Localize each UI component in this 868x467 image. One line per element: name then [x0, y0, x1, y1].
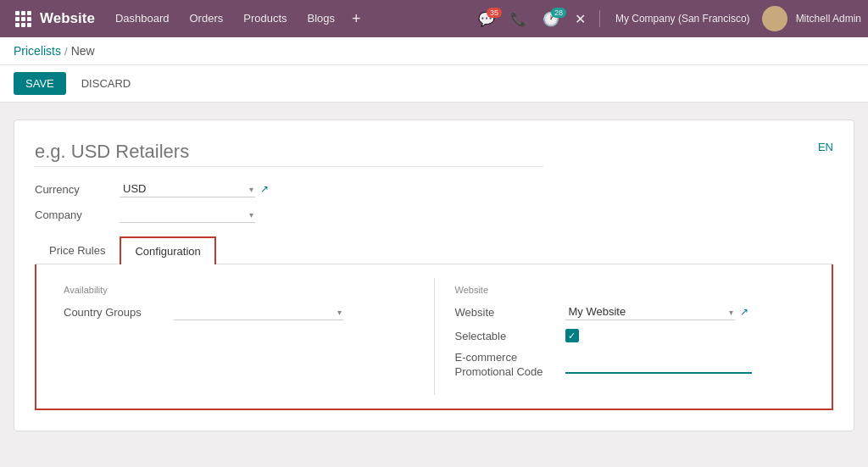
selectable-checkbox[interactable]: ✓ [565, 329, 579, 342]
tab-price-rules[interactable]: Price Rules [35, 236, 120, 264]
currency-select[interactable]: USD EUR GBP [120, 181, 255, 197]
country-groups-select[interactable] [174, 303, 343, 320]
form-card: EN Currency USD EUR GBP ▾ ↗ Company [14, 120, 854, 431]
company-control: My Company ▾ [120, 206, 255, 223]
country-groups-field: Country Groups ▾ [64, 303, 414, 320]
country-groups-label: Country Groups [64, 306, 174, 319]
currency-field-row: Currency USD EUR GBP ▾ ↗ [35, 181, 833, 197]
company-label: Company [35, 208, 120, 221]
checkmark-icon: ✓ [568, 331, 576, 342]
promo-code-field: E-commerce Promotional Code [455, 351, 805, 380]
save-button[interactable]: SAVE [14, 72, 66, 95]
breadcrumb-parent[interactable]: Pricelists [14, 44, 61, 58]
main-menu: Dashboard Orders Products Blogs + [105, 0, 368, 37]
config-grid: Availability Country Groups ▾ [50, 278, 818, 395]
svg-point-0 [770, 11, 780, 21]
discard-button[interactable]: DISCARD [73, 72, 140, 95]
country-groups-control: ▾ [174, 303, 414, 320]
website-section-label: Website [455, 285, 805, 295]
website-select-wrapper: My Website ▾ [565, 303, 735, 320]
activity-badge: 28 [551, 8, 566, 18]
promo-code-control [565, 356, 805, 374]
company-select[interactable]: My Company [120, 206, 255, 223]
website-field: Website My Website ▾ ↗ [455, 303, 805, 320]
config-col-divider [434, 278, 435, 395]
website-column: Website Website My Website ▾ ↗ [442, 278, 819, 395]
messages-button[interactable]: 💬 35 [473, 11, 500, 27]
configuration-panel: Availability Country Groups ▾ [35, 264, 833, 410]
tab-configuration[interactable]: Configuration [120, 236, 215, 264]
website-control: My Website ▾ ↗ [565, 303, 805, 320]
currency-control: USD EUR GBP ▾ ↗ [120, 181, 269, 197]
country-groups-select-wrapper: ▾ [174, 303, 343, 320]
main-content: EN Currency USD EUR GBP ▾ ↗ Company [0, 103, 868, 448]
add-menu-button[interactable]: + [345, 10, 368, 28]
language-badge[interactable]: EN [818, 141, 833, 153]
user-avatar[interactable] [762, 6, 787, 31]
availability-column: Availability Country Groups ▾ [50, 278, 427, 395]
breadcrumb-separator: / [64, 45, 68, 58]
website-select[interactable]: My Website [565, 303, 735, 320]
top-navigation: Website Dashboard Orders Products Blogs … [0, 0, 868, 37]
breadcrumb: Pricelists / New [0, 37, 868, 65]
topnav-right: 💬 35 📞 🕐 28 ✕ My Company (San Francisco)… [473, 6, 861, 31]
menu-blogs[interactable]: Blogs [298, 0, 346, 37]
phone-button[interactable]: 📞 [505, 11, 532, 27]
selectable-control: ✓ [565, 329, 805, 342]
svg-point-1 [766, 22, 783, 31]
selectable-field: Selectable ✓ [455, 329, 805, 342]
activity-button[interactable]: 🕐 28 [537, 11, 565, 27]
promo-code-input[interactable] [565, 356, 752, 374]
settings-icon[interactable]: ✕ [570, 11, 591, 27]
brand-logo[interactable]: Website [7, 10, 103, 27]
menu-orders[interactable]: Orders [179, 0, 233, 37]
menu-products[interactable]: Products [233, 0, 297, 37]
messages-badge: 35 [487, 8, 502, 18]
breadcrumb-current: New [71, 44, 95, 58]
nav-divider [599, 10, 600, 27]
selectable-label: Selectable [455, 330, 565, 342]
company-name[interactable]: My Company (San Francisco) [609, 13, 757, 25]
company-field-row: Company My Company ▾ [35, 206, 833, 223]
menu-dashboard[interactable]: Dashboard [105, 0, 180, 37]
currency-select-wrapper: USD EUR GBP ▾ [120, 181, 255, 197]
website-label: Website [455, 306, 565, 319]
website-external-link-icon[interactable]: ↗ [740, 306, 748, 318]
availability-section-label: Availability [64, 285, 414, 295]
action-bar: SAVE DISCARD [0, 65, 868, 103]
tabs-bar: Price Rules Configuration [35, 236, 833, 264]
username-label: Mitchell Admin [796, 13, 861, 25]
app-grid-icon[interactable] [15, 11, 31, 27]
name-row: EN [35, 141, 833, 167]
brand-name: Website [40, 10, 95, 27]
currency-external-link-icon[interactable]: ↗ [260, 183, 269, 195]
company-select-wrapper: My Company ▾ [120, 206, 255, 223]
pricelist-name-input[interactable] [35, 141, 543, 167]
currency-label: Currency [35, 183, 120, 196]
ecommerce-promo-label: E-commerce Promotional Code [455, 351, 565, 380]
